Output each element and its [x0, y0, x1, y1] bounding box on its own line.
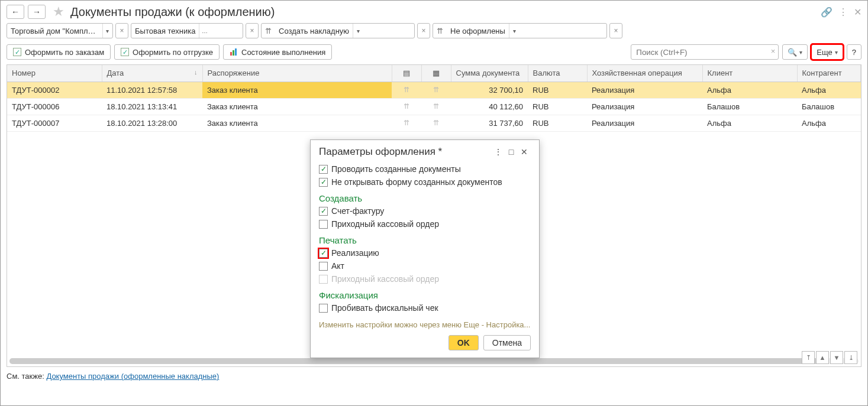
scroll-bottom-button[interactable]: ⤓ [844, 351, 857, 364]
label-invoice: Счет-фактуру [331, 206, 384, 216]
dialog-close-icon[interactable]: ✕ [518, 147, 531, 157]
ellipsis-icon[interactable]: … [199, 24, 209, 38]
nav-forward-button[interactable]: → [28, 5, 46, 19]
clear-organization-button[interactable]: × [115, 23, 128, 38]
cell-client: Альфа [702, 82, 797, 98]
scroll-up-button[interactable]: ▲ [816, 351, 829, 364]
checkbox-fiscal-receipt[interactable] [319, 304, 328, 313]
checkbox-post-documents[interactable]: ✓ [319, 165, 328, 174]
col-date[interactable]: Дата↓ [102, 65, 202, 82]
col-operation[interactable]: Хозяйственная операция [587, 65, 702, 82]
more-button[interactable]: Еще ▾ [811, 44, 843, 60]
filter-status[interactable]: ⇈ Не оформлены ▾ [433, 23, 607, 38]
cell-client: Альфа [702, 115, 797, 131]
horizontal-scrollbar[interactable] [9, 358, 859, 364]
cell-number: ТДУТ-000007 [7, 115, 102, 131]
clear-create-button[interactable]: × [417, 23, 430, 38]
search-input[interactable] [631, 44, 779, 60]
cell-number: ТДУТ-000006 [7, 98, 102, 115]
help-button[interactable]: ? [847, 44, 861, 60]
col-number[interactable]: Номер [7, 65, 102, 82]
checkbox-print-act[interactable] [319, 262, 328, 271]
magnifier-icon: 🔍 [788, 48, 797, 57]
favorite-star-icon[interactable]: ★ [53, 4, 64, 20]
close-window-icon[interactable]: ✕ [854, 7, 861, 18]
clear-status-button[interactable]: × [609, 23, 622, 38]
cell-date: 18.10.2021 13:13:41 [102, 98, 202, 115]
cancel-button[interactable]: Отмена [483, 335, 531, 350]
scrollbar-thumb[interactable] [9, 358, 825, 364]
cell-order: Заказ клиента [202, 115, 392, 131]
filter-organization[interactable]: Торговый дом "Комплексн ▾ [7, 23, 113, 38]
col-order[interactable]: Распоряжение [202, 65, 392, 82]
col-client[interactable]: Клиент [702, 65, 797, 82]
clear-search-icon[interactable]: × [771, 47, 776, 56]
cell-currency: RUB [528, 82, 587, 98]
col-sum[interactable]: Сумма документа [451, 65, 528, 82]
svg-rect-0 [230, 52, 232, 56]
svg-rect-2 [235, 48, 237, 56]
ok-button[interactable]: OK [448, 335, 479, 350]
cell-order: Заказ клиента [202, 98, 392, 115]
table-row[interactable]: ТДУТ-000006 18.10.2021 13:13:41 Заказ кл… [7, 98, 861, 115]
checkbox-no-open-form[interactable]: ✓ [319, 178, 328, 187]
cell-icon2: ⇈ [421, 98, 451, 115]
col-currency[interactable]: Валюта [528, 65, 587, 82]
col-doc-icon[interactable]: ▤ [392, 65, 421, 82]
cell-client: Балашов [702, 98, 797, 115]
checkbox-cash-order[interactable] [319, 220, 328, 229]
execution-status-button[interactable]: Состояние выполнения [223, 44, 332, 60]
dialog-menu-icon[interactable]: ⋮ [492, 147, 505, 157]
process-by-orders-label: Оформить по заказам [25, 48, 104, 57]
filter-create-invoice[interactable]: ⇈ Создать накладную ▾ [261, 23, 415, 38]
checkbox-print-realization[interactable]: ✓ [319, 249, 328, 258]
scroll-down-button[interactable]: ▼ [830, 351, 843, 364]
section-print: Печатать [319, 235, 531, 245]
filter-warehouse[interactable]: Бытовая техника … [131, 23, 243, 38]
col-print-icon[interactable]: ▦ [421, 65, 451, 82]
cell-operation: Реализация [587, 98, 702, 115]
filter-warehouse-text: Бытовая техника [131, 27, 199, 35]
page-title: Документы продажи (к оформлению) [70, 5, 817, 19]
execution-status-label: Состояние выполнения [241, 48, 325, 57]
clear-warehouse-button[interactable]: × [246, 23, 259, 38]
kebab-menu-icon[interactable]: ⋮ [838, 7, 848, 18]
table-row[interactable]: ТДУТ-000007 18.10.2021 13:28:00 Заказ кл… [7, 115, 861, 131]
cell-currency: RUB [528, 98, 587, 115]
scroll-top-button[interactable]: ⤒ [802, 351, 815, 364]
footer-prefix: См. также: [7, 372, 46, 381]
process-by-shipment-label: Оформить по отгрузке [133, 48, 213, 57]
chevron-down-icon[interactable]: ▾ [353, 24, 363, 38]
cell-operation: Реализация [587, 115, 702, 131]
label-fiscal-receipt: Пробивать фискальный чек [331, 303, 438, 313]
dialog-maximize-icon[interactable]: □ [505, 147, 518, 157]
filter-create-text: Создать накладную [275, 27, 353, 35]
bar-chart-icon [230, 48, 238, 56]
cell-icon2: ⇈ [421, 82, 451, 98]
link-icon[interactable]: 🔗 [821, 7, 832, 18]
nav-back-button[interactable]: ← [7, 5, 24, 19]
col-counterparty[interactable]: Контрагент [797, 65, 861, 82]
dialog-title: Параметры оформления * [319, 146, 492, 158]
col-date-label: Дата [107, 69, 124, 77]
cell-date: 11.10.2021 12:57:58 [102, 82, 202, 98]
process-by-shipment-button[interactable]: ✓ Оформить по отгрузке [114, 44, 220, 60]
up-arrows-icon: ⇈ [262, 27, 275, 35]
cell-icon1: ⇈ [392, 82, 421, 98]
chevron-down-icon[interactable]: ▾ [102, 24, 112, 38]
label-print-realization: Реализацию [331, 248, 379, 258]
cell-icon2: ⇈ [421, 115, 451, 131]
cell-date: 18.10.2021 13:28:00 [102, 115, 202, 131]
cell-counterparty: Альфа [797, 115, 861, 131]
process-by-orders-button[interactable]: ✓ Оформить по заказам [7, 44, 111, 60]
checkbox-invoice[interactable]: ✓ [319, 207, 328, 216]
chevron-down-icon[interactable]: ▾ [509, 24, 519, 38]
footer-link[interactable]: Документы продажи (оформленные накладные… [46, 372, 219, 381]
cell-sum: 32 700,10 [451, 82, 528, 98]
section-create: Создавать [319, 193, 531, 203]
cell-currency: RUB [528, 115, 587, 131]
chevron-down-icon: ▾ [835, 49, 838, 56]
table-row[interactable]: ТДУТ-000002 11.10.2021 12:57:58 Заказ кл… [7, 82, 861, 98]
check-icon: ✓ [13, 48, 21, 56]
search-menu-button[interactable]: 🔍 ▾ [782, 44, 808, 60]
